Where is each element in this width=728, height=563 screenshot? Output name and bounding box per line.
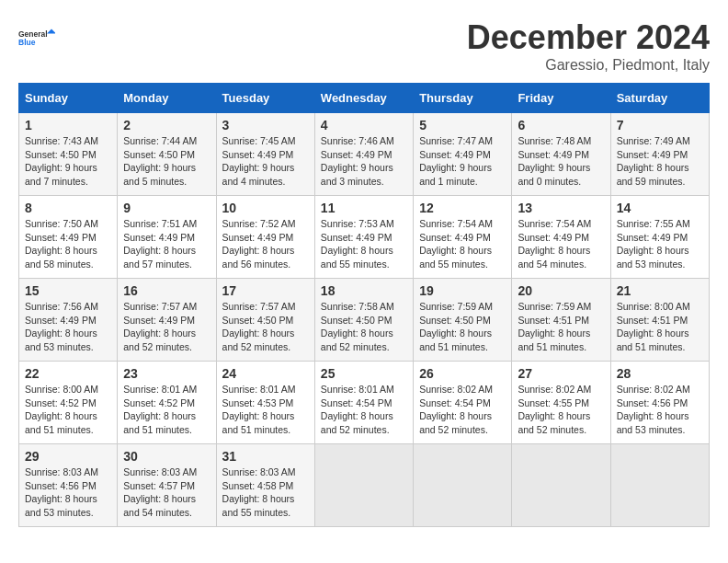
day-number: 22 [25,366,111,381]
calendar-cell: 20Sunrise: 7:59 AMSunset: 4:51 PMDayligh… [512,279,610,362]
day-info: Sunset: 4:56 PM [617,396,703,410]
day-number: 28 [617,366,703,381]
day-info: Sunrise: 7:49 AM [617,134,703,148]
day-info: Daylight: 9 hours and 1 minute. [419,161,506,188]
calendar-cell: 30Sunrise: 8:03 AMSunset: 4:57 PMDayligh… [118,444,216,527]
calendar-cell: 15Sunrise: 7:56 AMSunset: 4:49 PMDayligh… [19,279,118,362]
day-info: Sunrise: 7:55 AM [617,217,703,231]
subtitle: Garessio, Piedmont, Italy [467,57,710,74]
logo-svg: General Blue [18,18,55,57]
day-info: Sunrise: 7:47 AM [419,134,506,148]
day-info: Daylight: 9 hours and 3 minutes. [321,161,407,188]
day-info: Daylight: 9 hours and 0 minutes. [518,161,604,188]
day-number: 16 [123,283,210,298]
day-info: Sunrise: 8:02 AM [518,383,604,396]
calendar-body: 1Sunrise: 7:43 AMSunset: 4:50 PMDaylight… [19,113,710,527]
day-info: Sunset: 4:52 PM [123,396,210,410]
day-number: 13 [518,201,604,215]
day-info: Daylight: 8 hours and 54 minutes. [518,244,604,270]
calendar-header-wednesday: Wednesday [314,84,413,113]
day-info: Sunset: 4:49 PM [321,231,407,245]
day-info: Daylight: 8 hours and 55 minutes. [419,244,506,270]
calendar-week-row: 1Sunrise: 7:43 AMSunset: 4:50 PMDaylight… [19,113,710,196]
day-number: 9 [123,201,210,215]
title-area: December 2024 Garessio, Piedmont, Italy [467,18,710,74]
calendar-cell: 3Sunrise: 7:45 AMSunset: 4:49 PMDaylight… [216,113,314,196]
day-number: 10 [222,201,309,215]
day-info: Sunrise: 8:03 AM [123,465,210,479]
day-info: Sunset: 4:49 PM [222,231,309,245]
calendar-header-monday: Monday [118,84,216,113]
day-info: Sunset: 4:53 PM [222,396,309,410]
day-number: 31 [222,449,309,464]
day-info: Sunset: 4:55 PM [518,396,604,410]
day-info: Sunrise: 7:46 AM [321,134,407,148]
day-info: Daylight: 8 hours and 55 minutes. [222,492,309,519]
day-info: Daylight: 8 hours and 58 minutes. [25,244,111,270]
day-info: Sunrise: 7:45 AM [222,134,309,148]
calendar-cell: 28Sunrise: 8:02 AMSunset: 4:56 PMDayligh… [610,362,709,444]
day-info: Sunset: 4:51 PM [617,314,703,327]
calendar-cell: 12Sunrise: 7:54 AMSunset: 4:49 PMDayligh… [414,196,512,279]
logo: General Blue [18,18,55,57]
day-number: 23 [123,366,210,381]
day-info: Sunrise: 7:48 AM [518,134,604,148]
day-info: Daylight: 8 hours and 53 minutes. [25,327,111,353]
calendar-cell: 14Sunrise: 7:55 AMSunset: 4:49 PMDayligh… [610,196,709,279]
day-info: Sunrise: 8:03 AM [222,465,309,479]
calendar-cell: 25Sunrise: 8:01 AMSunset: 4:54 PMDayligh… [314,362,413,444]
day-number: 14 [617,201,703,215]
calendar-cell: 24Sunrise: 8:01 AMSunset: 4:53 PMDayligh… [216,362,314,444]
calendar-cell: 8Sunrise: 7:50 AMSunset: 4:49 PMDaylight… [19,196,118,279]
day-info: Daylight: 8 hours and 51 minutes. [617,327,703,353]
day-info: Sunrise: 8:01 AM [123,383,210,396]
calendar-header-tuesday: Tuesday [216,84,314,113]
month-title: December 2024 [467,18,710,57]
day-number: 1 [25,118,111,132]
calendar-cell: 31Sunrise: 8:03 AMSunset: 4:58 PMDayligh… [216,444,314,527]
day-info: Sunrise: 8:01 AM [321,383,407,396]
day-info: Sunset: 4:49 PM [518,148,604,162]
calendar-cell [414,444,512,527]
calendar-cell: 19Sunrise: 7:59 AMSunset: 4:50 PMDayligh… [414,279,512,362]
day-info: Daylight: 8 hours and 52 minutes. [222,327,309,353]
calendar-cell: 26Sunrise: 8:02 AMSunset: 4:54 PMDayligh… [414,362,512,444]
calendar-cell [512,444,610,527]
day-info: Daylight: 9 hours and 7 minutes. [25,161,111,188]
day-number: 4 [321,118,407,132]
day-number: 26 [419,366,506,381]
day-info: Sunset: 4:49 PM [518,231,604,245]
day-info: Sunset: 4:58 PM [222,479,309,493]
day-info: Sunset: 4:50 PM [222,314,309,327]
day-number: 19 [419,283,506,298]
day-info: Daylight: 8 hours and 52 minutes. [123,327,210,353]
day-info: Sunrise: 8:02 AM [419,383,506,396]
day-info: Sunset: 4:56 PM [25,479,111,493]
day-info: Sunset: 4:50 PM [419,314,506,327]
day-info: Daylight: 8 hours and 52 minutes. [419,409,506,436]
day-info: Sunrise: 7:51 AM [123,217,210,231]
day-info: Sunrise: 7:57 AM [222,300,309,314]
day-info: Sunset: 4:49 PM [123,231,210,245]
day-info: Sunrise: 8:02 AM [617,383,703,396]
day-info: Sunrise: 7:59 AM [419,300,506,314]
day-number: 12 [419,201,506,215]
day-info: Sunset: 4:51 PM [518,314,604,327]
day-number: 8 [25,201,111,215]
day-info: Daylight: 8 hours and 53 minutes. [25,492,111,519]
day-info: Daylight: 8 hours and 54 minutes. [123,492,210,519]
day-number: 30 [123,449,210,464]
day-info: Daylight: 8 hours and 55 minutes. [321,244,407,270]
day-info: Daylight: 8 hours and 52 minutes. [321,327,407,353]
day-info: Sunrise: 8:00 AM [25,383,111,396]
day-info: Sunrise: 7:43 AM [25,134,111,148]
calendar-cell: 13Sunrise: 7:54 AMSunset: 4:49 PMDayligh… [512,196,610,279]
day-info: Daylight: 8 hours and 52 minutes. [518,409,604,436]
day-info: Daylight: 8 hours and 53 minutes. [617,244,703,270]
calendar-cell: 27Sunrise: 8:02 AMSunset: 4:55 PMDayligh… [512,362,610,444]
day-info: Sunrise: 7:52 AM [222,217,309,231]
calendar-header-row: SundayMondayTuesdayWednesdayThursdayFrid… [19,84,710,113]
calendar-cell: 29Sunrise: 8:03 AMSunset: 4:56 PMDayligh… [19,444,118,527]
calendar-cell: 2Sunrise: 7:44 AMSunset: 4:50 PMDaylight… [118,113,216,196]
day-info: Daylight: 8 hours and 57 minutes. [123,244,210,270]
